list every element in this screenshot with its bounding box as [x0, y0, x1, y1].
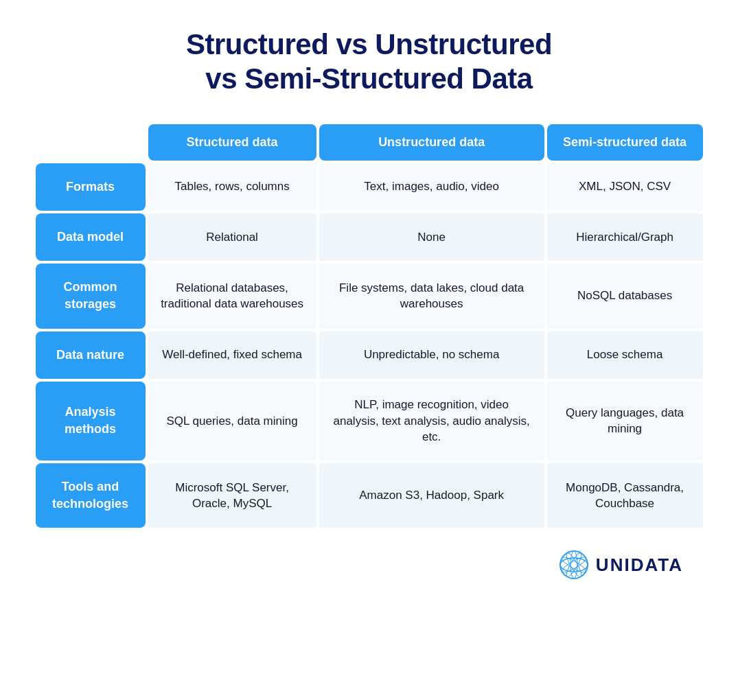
- row-semi-structured-value: NoSQL databases: [547, 264, 703, 328]
- row-structured-value: Microsoft SQL Server, Oracle, MySQL: [148, 463, 316, 528]
- comparison-table: Structured data Unstructured data Semi-s…: [33, 121, 706, 531]
- row-label: Formats: [36, 163, 146, 211]
- col-header-unstructured: Unstructured data: [319, 124, 544, 161]
- row-label: Data nature: [36, 331, 146, 379]
- row-unstructured-value: File systems, data lakes, cloud data war…: [319, 264, 544, 328]
- comparison-table-wrapper: Structured data Unstructured data Semi-s…: [33, 121, 706, 531]
- row-label: Data model: [36, 213, 146, 261]
- row-structured-value: Tables, rows, columns: [148, 163, 316, 211]
- row-label: Analysis methods: [36, 382, 146, 460]
- row-structured-value: Relational databases, traditional data w…: [148, 264, 316, 328]
- col-header-structured: Structured data: [148, 124, 316, 161]
- row-structured-value: Relational: [148, 213, 316, 261]
- row-semi-structured-value: MongoDB, Cassandra, Couchbase: [547, 463, 703, 528]
- row-unstructured-value: Text, images, audio, video: [319, 163, 544, 211]
- row-label: Tools and technologies: [36, 463, 146, 528]
- page-title: Structured vs Unstructured vs Semi-Struc…: [186, 27, 552, 97]
- col-label-empty: [36, 124, 146, 161]
- svg-point-0: [560, 551, 588, 579]
- table-row: Tools and technologiesMicrosoft SQL Serv…: [36, 463, 703, 528]
- row-unstructured-value: None: [319, 213, 544, 261]
- logo-text: UNIDATA: [596, 555, 683, 576]
- logo-area: UNIDATA: [559, 550, 711, 580]
- row-structured-value: Well-defined, fixed schema: [148, 331, 316, 379]
- row-unstructured-value: NLP, image recognition, video analysis, …: [319, 382, 544, 460]
- row-semi-structured-value: XML, JSON, CSV: [547, 163, 703, 211]
- row-semi-structured-value: Hierarchical/Graph: [547, 213, 703, 261]
- row-label: Common storages: [36, 264, 146, 328]
- row-structured-value: SQL queries, data mining: [148, 382, 316, 460]
- unidata-logo-icon: [559, 550, 589, 580]
- row-unstructured-value: Amazon S3, Hadoop, Spark: [319, 463, 544, 528]
- row-unstructured-value: Unpredictable, no schema: [319, 331, 544, 379]
- table-row: FormatsTables, rows, columnsText, images…: [36, 163, 703, 211]
- row-semi-structured-value: Loose schema: [547, 331, 703, 379]
- table-row: Analysis methodsSQL queries, data mining…: [36, 382, 703, 460]
- col-header-semi-structured: Semi-structured data: [547, 124, 703, 161]
- svg-point-1: [560, 558, 588, 572]
- table-row: Common storagesRelational databases, tra…: [36, 264, 703, 328]
- table-row: Data natureWell-defined, fixed schemaUnp…: [36, 331, 703, 379]
- table-row: Data modelRelationalNoneHierarchical/Gra…: [36, 213, 703, 261]
- row-semi-structured-value: Query languages, data mining: [547, 382, 703, 460]
